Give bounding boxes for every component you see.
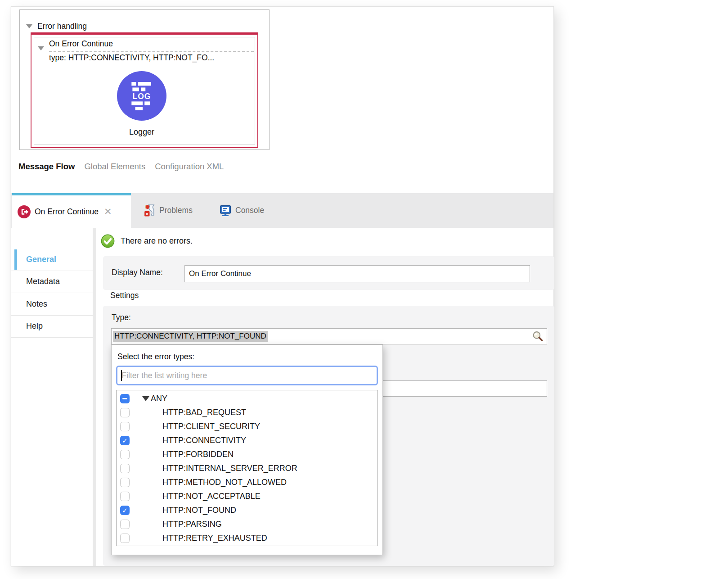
error-type-row[interactable]: HTTP:INTERNAL_SERVER_ERROR xyxy=(117,461,377,475)
error-type-row[interactable]: HTTP:RETRY_EXHAUSTED xyxy=(117,531,377,545)
sidebar-item-notes[interactable]: Notes xyxy=(11,293,93,316)
svg-text:LOG: LOG xyxy=(132,92,151,101)
tab-configuration-xml[interactable]: Configuration XML xyxy=(155,162,224,172)
collapse-arrow-icon[interactable] xyxy=(26,24,32,28)
error-type-row[interactable]: HTTP:METHOD_NOT_ALLOWED xyxy=(117,475,377,489)
error-handling-container: Error handling On Error Continue type: H… xyxy=(19,9,270,150)
editor-view-tabs: Message Flow Global Elements Configurati… xyxy=(18,162,224,172)
problems-icon: x xyxy=(144,204,156,217)
error-handling-title: Error handling xyxy=(37,22,87,31)
tab-global-elements[interactable]: Global Elements xyxy=(84,162,145,172)
sidebar-item-help[interactable]: Help xyxy=(11,316,93,338)
type-label: Type: xyxy=(112,313,131,322)
search-icon[interactable] xyxy=(532,330,544,343)
logger-label: Logger xyxy=(117,127,166,137)
panel-tab-bar: On Error Continue ✕ x Problems Conso xyxy=(11,193,553,228)
tab-console[interactable]: Console xyxy=(219,193,264,228)
scope-type-line: type: HTTP:CONNECTIVITY, HTTP:NOT_FO... xyxy=(49,53,255,63)
close-icon[interactable]: ✕ xyxy=(104,206,112,217)
error-type-row-any[interactable]: ANY xyxy=(117,392,377,406)
error-type-row[interactable]: HTTP:CONNECTIVITY xyxy=(117,434,377,448)
svg-text:x: x xyxy=(146,211,148,216)
display-name-panel: Display Name: xyxy=(103,256,554,290)
tab-label: Problems xyxy=(159,206,193,215)
panel-sash[interactable] xyxy=(93,228,96,566)
sidebar-item-metadata[interactable]: Metadata xyxy=(11,271,93,294)
type-value: HTTP:CONNECTIVITY, HTTP:NOT_FOUND xyxy=(113,331,268,342)
logger-icon: LOG xyxy=(128,81,156,111)
on-error-continue-scope[interactable]: On Error Continue type: HTTP:CONNECTIVIT… xyxy=(31,32,258,148)
flow-canvas: Error handling On Error Continue type: H… xyxy=(11,7,553,193)
checkbox[interactable] xyxy=(120,436,130,445)
on-error-continue-icon xyxy=(18,205,31,218)
checkbox[interactable] xyxy=(120,492,130,501)
divider xyxy=(49,51,254,52)
console-icon xyxy=(219,204,232,217)
tab-message-flow[interactable]: Message Flow xyxy=(18,162,75,172)
checkbox[interactable] xyxy=(120,534,130,543)
error-type-row[interactable]: HTTP:CLIENT_SECURITY xyxy=(117,420,377,434)
success-icon xyxy=(101,234,115,248)
dropdown-title: Select the error types: xyxy=(117,352,194,362)
error-type-row[interactable]: HTTP:PARSING xyxy=(117,517,377,531)
display-name-input[interactable] xyxy=(184,265,530,282)
type-field[interactable]: HTTP:CONNECTIVITY, HTTP:NOT_FOUND xyxy=(111,328,547,344)
error-type-row[interactable]: HTTP:FORBIDDEN xyxy=(117,448,377,461)
tab-label: On Error Continue xyxy=(35,207,99,217)
checkbox[interactable] xyxy=(120,408,130,417)
studio-window: Error handling On Error Continue type: H… xyxy=(11,6,554,566)
tab-problems[interactable]: x Problems xyxy=(144,193,193,228)
tab-on-error-continue[interactable]: On Error Continue ✕ xyxy=(12,193,131,228)
checkbox[interactable] xyxy=(120,464,130,473)
checkbox[interactable] xyxy=(120,450,130,459)
filter-input[interactable] xyxy=(122,371,377,380)
error-type-list[interactable]: ANY HTTP:BAD_REQUEST HTTP:CLIENT_SECURIT… xyxy=(116,390,378,546)
display-name-label: Display Name: xyxy=(112,268,163,277)
expand-arrow-icon[interactable] xyxy=(142,396,149,401)
checkbox[interactable] xyxy=(120,422,130,431)
checkbox[interactable] xyxy=(120,394,130,403)
filter-field[interactable] xyxy=(116,366,378,385)
scope-title: On Error Continue xyxy=(49,39,113,49)
sidebar-item-general[interactable]: General xyxy=(11,249,93,271)
status-message: There are no errors. xyxy=(121,236,193,246)
error-type-dropdown: Select the error types: ANY HTTP:BAD_REQ… xyxy=(111,344,383,555)
tab-label: Console xyxy=(235,206,264,215)
error-type-row[interactable]: HTTP:BAD_REQUEST xyxy=(117,406,377,420)
error-type-row[interactable]: HTTP:NOT_ACCEPTABLE xyxy=(117,489,377,503)
collapse-arrow-icon[interactable] xyxy=(38,46,44,50)
settings-title: Settings xyxy=(110,291,139,300)
checkbox[interactable] xyxy=(120,520,130,529)
checkbox[interactable] xyxy=(120,506,130,515)
properties-sidebar: General Metadata Notes Help xyxy=(11,228,93,566)
logger-component[interactable]: LOG xyxy=(117,71,166,121)
checkbox[interactable] xyxy=(120,478,130,487)
error-type-row[interactable]: HTTP:NOT_FOUND xyxy=(117,503,377,517)
